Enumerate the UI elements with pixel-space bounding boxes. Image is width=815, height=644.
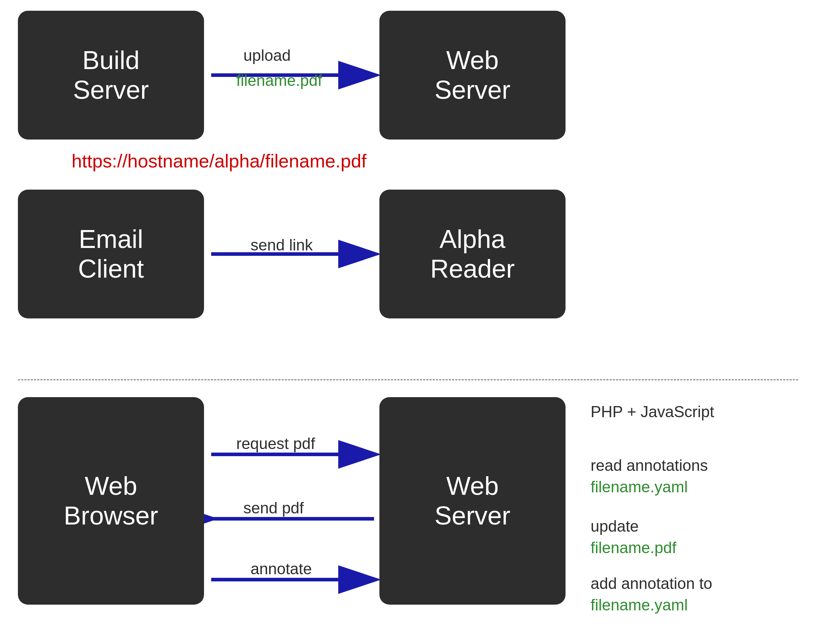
web-server-top-label: Web Server: [434, 46, 510, 105]
web-browser-node: Web Browser: [18, 397, 204, 605]
add-annotation-label: add annotation to: [591, 572, 712, 595]
upload-label: upload: [243, 46, 291, 64]
send-pdf-label: send pdf: [243, 499, 304, 517]
upload-file-label: filename.pdf: [236, 72, 322, 89]
yaml-file-1: filename.yaml: [591, 476, 688, 498]
email-client-label: Email Client: [78, 224, 144, 284]
alpha-reader-label: Alpha Reader: [430, 224, 515, 284]
alpha-reader-node: Alpha Reader: [379, 190, 566, 319]
dashed-separator: [18, 379, 798, 380]
yaml-file-2: filename.yaml: [591, 594, 688, 616]
send-link-label: send link: [250, 236, 313, 254]
url-text: https://hostname/alpha/filename.pdf: [72, 150, 367, 172]
read-annotations-label: read annotations: [591, 454, 708, 477]
web-server-bottom-node: Web Server: [379, 397, 566, 605]
tech-annotation: PHP + JavaScript: [591, 401, 714, 423]
request-pdf-label: request pdf: [236, 435, 315, 452]
build-server-label: Build Server: [73, 46, 149, 105]
update-label: update: [591, 515, 639, 537]
annotate-label: annotate: [250, 560, 312, 578]
web-browser-label: Web Browser: [64, 471, 158, 531]
diagram: Build Server Web Server upload filename.…: [0, 0, 815, 644]
email-client-node: Email Client: [18, 190, 204, 319]
build-server-node: Build Server: [18, 11, 204, 140]
web-server-bottom-label: Web Server: [434, 471, 510, 531]
web-server-top-node: Web Server: [379, 11, 566, 140]
pdf-file: filename.pdf: [591, 537, 677, 559]
